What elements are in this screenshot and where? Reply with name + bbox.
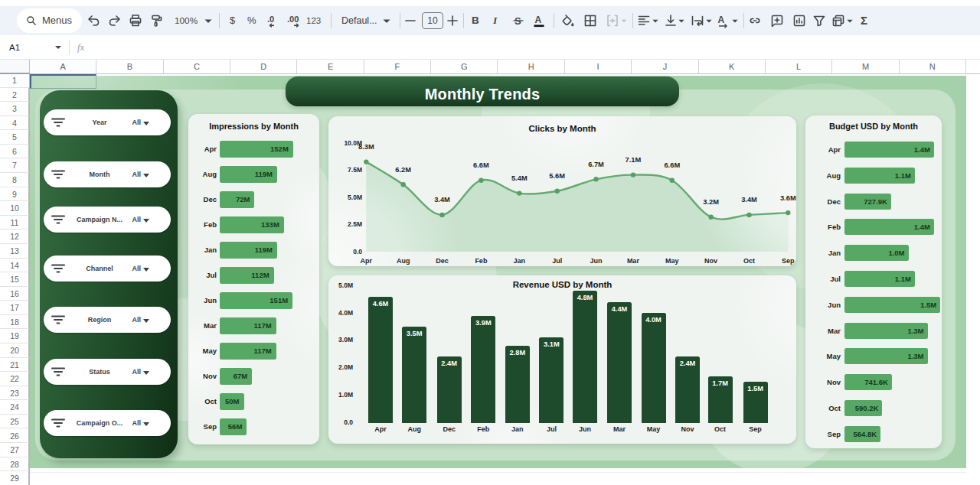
svg-text:A: A xyxy=(718,15,725,25)
svg-text:.0: .0 xyxy=(267,15,274,24)
svg-text:A: A xyxy=(535,15,542,25)
svg-text:.00: .00 xyxy=(287,15,299,24)
